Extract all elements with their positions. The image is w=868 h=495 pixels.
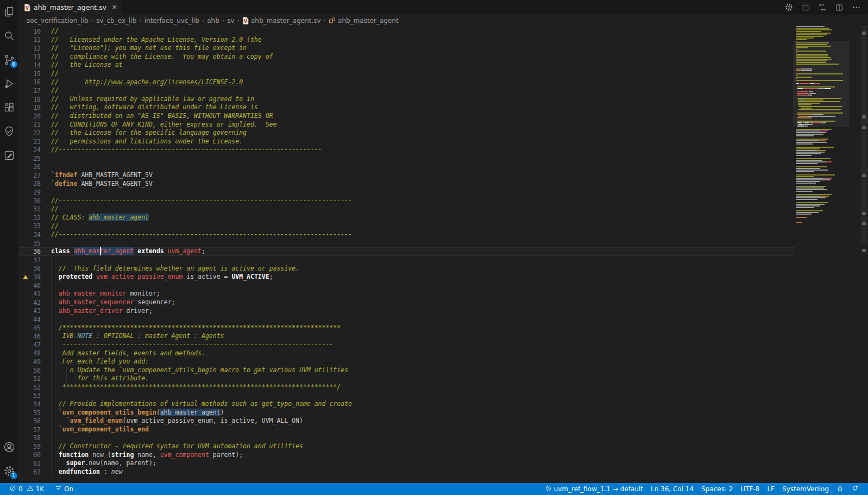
code-line-30[interactable]: 30//------------------------------------… (19, 197, 795, 205)
tab-lock[interactable] (833, 485, 847, 493)
code-line-53[interactable]: 53 (19, 392, 795, 400)
cursor-position[interactable]: Ln 36, Col 14 (647, 485, 697, 493)
split-editor-icon[interactable] (833, 2, 846, 14)
code-line-15[interactable]: 15// (19, 70, 795, 78)
code-line-18[interactable]: 18// Unless required by applicable law o… (19, 95, 795, 104)
code-line-45[interactable]: 45 /************************************… (19, 324, 795, 333)
code-line-54[interactable]: 54 // Provide implementations of virtual… (19, 400, 795, 409)
code-line-58[interactable]: 58 (19, 434, 795, 443)
accounts-icon[interactable] (0, 435, 19, 459)
breadcrumb-item-ahb-master-agent-sv[interactable]: Vahb_master_agent.sv (242, 17, 321, 24)
settings-gear-icon[interactable] (782, 2, 795, 14)
scrollbar-slider[interactable] (861, 26, 867, 243)
code-line-13[interactable]: 13// compliance with the License. You ma… (19, 53, 795, 61)
code-line-33[interactable]: 33// (19, 222, 795, 231)
code-line-46[interactable]: 46 IVB-NOTE : OPTIONAL : master Agent : … (19, 332, 795, 341)
breadcrumb-item-ahb[interactable]: ahb (207, 17, 219, 24)
breadcrumb-item-interface-uvc-lib[interactable]: interface_uvc_lib (144, 17, 199, 24)
settings-icon[interactable]: 1 (0, 459, 19, 483)
line-number: 46 (31, 333, 41, 340)
code-line-11[interactable]: 11// Licensed under the Apache License, … (19, 36, 795, 45)
code-line-47[interactable]: 47 -------------------------------------… (19, 341, 795, 349)
indentation[interactable]: Spaces: 2 (697, 485, 737, 493)
code-line-52[interactable]: 52 *************************************… (19, 383, 795, 392)
code-line-28[interactable]: 28`define AHB_MASTER_AGENT_SV (19, 180, 795, 189)
language-mode-label: SystemVerilog (782, 485, 829, 493)
code-line-55[interactable]: 55 `uvm_component_utils_begin(ahb_master… (19, 409, 795, 417)
source-control-icon[interactable]: 8 (0, 48, 19, 72)
eol-sequence[interactable]: LF (763, 485, 778, 493)
code-line-27[interactable]: 27`ifndef AHB_MASTER_AGENT_SV (19, 171, 795, 180)
code-line-44[interactable]: 44 (19, 315, 795, 324)
code-line-21[interactable]: 21// CONDITIONS OF ANY KIND, either expr… (19, 121, 795, 129)
code-line-31[interactable]: 31// (19, 205, 795, 214)
code-line-29[interactable]: 29 (19, 188, 795, 197)
filter-toggle[interactable]: On (51, 485, 77, 493)
glyph-margin (19, 358, 31, 366)
code-line-20[interactable]: 20// distributed on an "AS IS" BASIS, WI… (19, 112, 795, 121)
code-line-57[interactable]: 57 `uvm_component_utils_end (19, 425, 795, 434)
code-line-62[interactable]: 62 endfunction : new (19, 468, 795, 477)
code-line-59[interactable]: 59 // Constructor - required syntax for … (19, 442, 795, 451)
code-line-61[interactable]: 61 super.new(name, parent); (19, 459, 795, 468)
code-line-49[interactable]: 49 For each field you add: (19, 358, 795, 366)
code-line-41[interactable]: 41 ahb_master_monitor monitor; (19, 290, 795, 298)
breadcrumb-item-soc-verification-lib[interactable]: soc_verification_lib (27, 17, 89, 24)
code-line-25[interactable]: 25 (19, 154, 795, 163)
search-icon[interactable] (0, 24, 19, 48)
minimap-slider[interactable] (793, 41, 850, 127)
minimap[interactable] (795, 26, 847, 483)
problems-status[interactable]: 0 1K (5, 485, 48, 493)
code-line-35[interactable]: 35 (19, 239, 795, 248)
code-line-14[interactable]: 14// the License at (19, 61, 795, 70)
code-line-23[interactable]: 23// permissions and limitations under t… (19, 137, 795, 146)
code-line-17[interactable]: 17// (19, 86, 795, 95)
code-line-56[interactable]: 56 `uvm_field_enum(uvm_active_passive_en… (19, 417, 795, 425)
code-line-16[interactable]: 16// http://www.apache.org/licenses/LICE… (19, 78, 795, 87)
code-line-60[interactable]: 60 function new (string name, uvm_compon… (19, 451, 795, 460)
more-actions-icon[interactable] (850, 2, 863, 14)
close-icon[interactable]: ✕ (112, 4, 117, 11)
code-line-26[interactable]: 26 (19, 163, 795, 172)
open-changes-icon[interactable] (816, 2, 829, 14)
code-line-42[interactable]: 42 ahb_master_sequencer sequencer; (19, 298, 795, 307)
code-line-43[interactable]: 43 ahb_master_driver driver; (19, 307, 795, 316)
code-line-10[interactable]: 10// (19, 27, 795, 36)
run-debug-icon[interactable] (0, 72, 19, 96)
task-status[interactable]: uvm_ref_flow_1.1 → default (541, 485, 647, 493)
notebook-icon[interactable] (0, 143, 19, 167)
code-line-24[interactable]: 24//------------------------------------… (19, 146, 795, 154)
testing-icon[interactable] (0, 120, 19, 143)
scrollbar[interactable] (860, 26, 868, 483)
code-line-39[interactable]: 39 protected uvm_active_passive_enum is_… (19, 273, 795, 281)
code-line-40[interactable]: 40 (19, 281, 795, 290)
minimap-line (796, 161, 846, 162)
code-line-38[interactable]: 38 // This field determines whether an a… (19, 265, 795, 273)
code-line-19[interactable]: 19// writing, software distributed under… (19, 103, 795, 112)
code-line-48[interactable]: 48 Add master fields, events and methods… (19, 349, 795, 358)
tab-ahb-master-agent[interactable]: V ahb_master_agent.sv ✕ (19, 0, 122, 15)
breadcrumb-item-sv[interactable]: sv (227, 17, 234, 24)
code-line-51[interactable]: 51 for this attribute. (19, 374, 795, 383)
breadcrumb-item-sv-cb-ex-lib[interactable]: sv_cb_ex_lib (96, 17, 136, 24)
encoding[interactable]: UTF-8 (737, 485, 763, 493)
language-mode[interactable]: SystemVerilog (778, 485, 833, 493)
code-line-22[interactable]: 22// the License for the specific langua… (19, 129, 795, 137)
line-number: 55 (31, 409, 41, 417)
explorer-icon[interactable] (0, 0, 19, 24)
extensions-icon[interactable] (0, 96, 19, 120)
layout-icon[interactable] (799, 2, 812, 14)
line-text: // (51, 205, 795, 214)
code-line-37[interactable]: 37 (19, 256, 795, 265)
indent-guide (51, 451, 52, 460)
code-line-50[interactable]: 50 o Update the `uvm_component_utils_beg… (19, 366, 795, 375)
code-line-36[interactable]: 36class ahb_master_agent extends uvm_age… (19, 247, 795, 256)
code-editor[interactable]: 10//11// Licensed under the Apache Licen… (19, 26, 868, 483)
code-line-12[interactable]: 12// "License"); you may not use this fi… (19, 44, 795, 53)
code-line-32[interactable]: 32// CLASS: ahb_master_agent (19, 214, 795, 222)
minimap-line (796, 140, 846, 141)
notifications[interactable] (847, 485, 863, 494)
breadcrumb-item-ahb-master-agent[interactable]: ahb_master_agent (329, 17, 399, 24)
code-line-34[interactable]: 34//------------------------------------… (19, 230, 795, 239)
line-number: 12 (31, 45, 41, 52)
